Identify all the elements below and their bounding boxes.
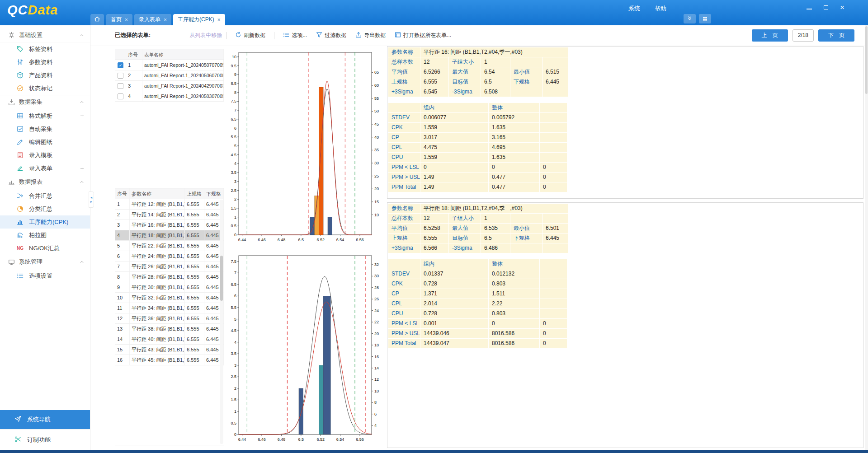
- parameter-name: 平行距 14: 间距 (B1,B1,T2...: [130, 210, 185, 219]
- usl-value: 6.555: [185, 324, 204, 334]
- parameter-row[interactable]: 7平行距 26: 间距 (B1,B1,T2...6.5556.445: [115, 262, 224, 272]
- sidebar-section-data-reports[interactable]: 数据报表: [0, 175, 90, 189]
- sidebar-item-parameter-data[interactable]: 参数资料: [0, 56, 90, 69]
- window-scrollbar[interactable]: [865, 25, 868, 450]
- parameter-row[interactable]: 3平行距 16: 间距 (B1,B1,T2...6.5556.445: [115, 220, 224, 230]
- stat-cell: 3.165: [489, 133, 539, 142]
- row-checkbox[interactable]: [118, 73, 123, 79]
- close-button[interactable]: ×: [840, 4, 844, 11]
- parameter-row[interactable]: 10平行距 32: 间距 (B1,B1,T2...6.5556.445: [115, 293, 224, 303]
- home-tab[interactable]: [90, 14, 104, 25]
- form-row[interactable]: 2automi_FAI Report-1_20240506070051: [115, 70, 224, 81]
- header-cell: 序号: [126, 49, 142, 60]
- row-checkbox[interactable]: ✓: [118, 62, 123, 68]
- form-row[interactable]: 3automi_FAI Report-1_20240429070039: [115, 81, 224, 91]
- sidebar-section-system-management[interactable]: 系统管理: [0, 255, 90, 269]
- sidebar-item-format-parsing[interactable]: 格式解析: [0, 109, 90, 122]
- sidebar-item-process-capability-cpk[interactable]: 工序能力(CPK): [0, 215, 90, 229]
- svg-text:12: 12: [374, 377, 379, 382]
- form-row[interactable]: 4automi_FAI Report-1_20240503070051: [115, 91, 224, 102]
- minimize-button[interactable]: [807, 3, 812, 11]
- parameter-row[interactable]: 8平行距 28: 间距 (B1,B1,T2...6.5556.445: [115, 272, 224, 282]
- scrollbar-thumb[interactable]: [220, 256, 223, 301]
- sidebar-item-entry-template[interactable]: 录入模板: [0, 149, 90, 162]
- remove-from-list-link[interactable]: 从列表中移除: [189, 32, 222, 39]
- tab-menu-button[interactable]: [699, 14, 711, 23]
- parameter-row[interactable]: 9平行距 30: 间距 (B1,B1,T2...6.5556.445: [115, 282, 224, 293]
- tab-close-icon[interactable]: ×: [164, 17, 167, 23]
- add-icon[interactable]: [80, 113, 85, 118]
- parameter-row[interactable]: 13平行距 38: 间距 (B1,B1,T2...6.5556.445: [115, 324, 224, 334]
- scrollbar-thumb[interactable]: [865, 26, 868, 94]
- stat-cell: 下规格: [510, 77, 542, 87]
- svg-text:7.5: 7.5: [231, 259, 236, 264]
- row-index: 8: [115, 272, 130, 282]
- sidebar-item-status-marks[interactable]: 状态标记: [0, 82, 90, 95]
- auto-icon: [17, 126, 24, 132]
- row-checkbox[interactable]: [118, 93, 123, 99]
- refresh-data-button[interactable]: 刷新数据: [235, 32, 265, 39]
- filter-data-button[interactable]: 过滤数据: [316, 32, 346, 39]
- sidebar-item-label-data[interactable]: 标签资料: [0, 42, 90, 56]
- sidebar-item-option-settings[interactable]: 选项设置: [0, 269, 90, 282]
- svg-text:6.48: 6.48: [278, 238, 286, 242]
- parameter-row[interactable]: 14平行距 40: 间距 (B1,B1,T2...6.5556.445: [115, 334, 224, 345]
- parameter-row[interactable]: 16平行距 45: 间距 (B1,B1,T2...6.5556.445: [115, 355, 224, 365]
- prev-page-button[interactable]: 上一页: [752, 29, 788, 42]
- add-icon[interactable]: [80, 166, 85, 171]
- sidebar-item-auto-collection[interactable]: 自动采集: [0, 122, 90, 135]
- svg-text:6.52: 6.52: [316, 238, 325, 242]
- stats-column: 参数名称平行距 16: 间距 (B1,B1,T2,#04,季一,#03)总样本数…: [387, 46, 864, 453]
- tab-close-icon[interactable]: ×: [217, 17, 221, 23]
- options-button[interactable]: 选项...: [283, 32, 307, 39]
- tab-home-page[interactable]: 首页×: [106, 14, 132, 25]
- sidebar-item-merge-summary[interactable]: 合并汇总: [0, 189, 90, 202]
- parameter-row[interactable]: 4平行距 18: 间距 (B1,B1,T2...6.5556.445: [115, 230, 224, 241]
- tab-close-icon[interactable]: ×: [125, 17, 128, 23]
- sidebar-item-label: 标签资料: [29, 45, 52, 53]
- sidebar-item-entry-form[interactable]: 录入表单: [0, 162, 90, 175]
- stat-cell: 组内: [420, 103, 488, 112]
- row-checkbox[interactable]: [118, 83, 123, 89]
- next-page-button[interactable]: 下一页: [818, 29, 854, 42]
- stat-cell: PPM > USL: [388, 173, 420, 182]
- sidebar-item-ng-ok-summary[interactable]: NGNG/OK汇总: [0, 242, 90, 255]
- sidebar-footer-system-navigation[interactable]: 系统导航: [0, 410, 90, 429]
- sidebar-item-pareto-chart[interactable]: 柏拉图: [0, 229, 90, 242]
- parameter-row[interactable]: 1平行距 12: 间距 (B1,B1,T2...6.5556.445: [115, 199, 224, 210]
- open-source-form-button[interactable]: 打开数据所在表单...: [395, 32, 451, 39]
- menu-system[interactable]: 系统: [628, 5, 640, 13]
- stat-cell: 1.635: [489, 123, 539, 132]
- row-index: 1: [126, 60, 142, 70]
- menu-help[interactable]: 帮助: [655, 5, 666, 13]
- parameter-list-scrollbar[interactable]: [220, 200, 223, 444]
- form-name: automi_FAI Report-1_20240503070051: [142, 91, 224, 101]
- tab-process-capability-cpk[interactable]: 工序能力(CPK)×: [173, 14, 225, 25]
- svg-text:6.5: 6.5: [231, 282, 236, 287]
- sidebar-section-data-collection[interactable]: 数据采集: [0, 95, 90, 109]
- stat-cell: 6.515: [542, 67, 568, 77]
- parameter-row[interactable]: 11平行距 34: 间距 (B1,B1,T2...6.5556.445: [115, 303, 224, 313]
- stat-cell: 12: [420, 214, 448, 223]
- svg-text:25: 25: [374, 174, 379, 178]
- parameter-row[interactable]: 6平行距 24: 间距 (B1,B1,T2...6.5556.445: [115, 251, 224, 262]
- parameter-row[interactable]: 12平行距 36: 间距 (B1,B1,T2...6.5556.445: [115, 313, 224, 324]
- sidebar-item-category-summary[interactable]: 分类汇总: [0, 202, 90, 215]
- sidebar-item-edit-drawings[interactable]: 编辑图纸: [0, 135, 90, 149]
- export-data-button[interactable]: 导出数据: [355, 32, 386, 39]
- stat-cell: 1.559: [420, 153, 488, 162]
- parameter-row[interactable]: 5平行距 22: 间距 (B1,B1,T2...6.5556.445: [115, 241, 224, 251]
- sidebar-footer-custom-functions[interactable]: 订制功能: [0, 429, 90, 450]
- header-checkbox-column: [115, 49, 126, 60]
- svg-text:6.5: 6.5: [298, 238, 304, 242]
- toolbar: 已选择的表单: 从列表中移除 刷新数据选项...过滤数据导出数据打开数据所在表单…: [90, 25, 868, 46]
- sidebar-section-basic-settings[interactable]: 基础设置: [0, 28, 90, 42]
- parameter-row[interactable]: 2平行距 14: 间距 (B1,B1,T2...6.5556.445: [115, 210, 224, 220]
- tab-scroll-button[interactable]: [684, 14, 696, 23]
- maximize-button[interactable]: [824, 3, 828, 11]
- parameter-row[interactable]: 15平行距 43: 间距 (B1,B1,T2...6.5556.445: [115, 345, 224, 355]
- sidebar-item-product-data[interactable]: 产品资料: [0, 69, 90, 82]
- form-row[interactable]: ✓1automi_FAI Report-1_20240507070051: [115, 60, 224, 70]
- tab-entry-form[interactable]: 录入表单×: [134, 14, 171, 25]
- sidebar-collapse-handle[interactable]: ◂▸: [89, 191, 94, 208]
